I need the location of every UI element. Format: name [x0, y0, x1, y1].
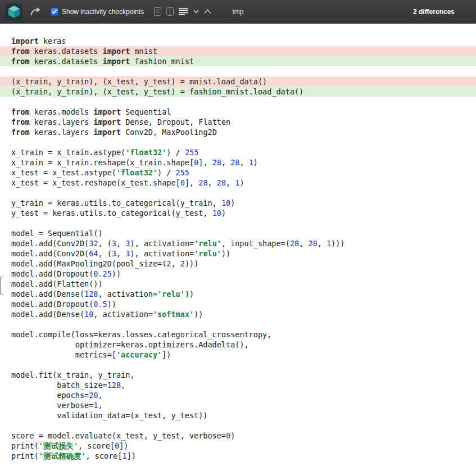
fluid-layout-icon[interactable] [154, 7, 161, 16]
code-line [0, 66, 476, 76]
code-line [0, 360, 476, 370]
code-line: model.add(Conv2D(64, (3, 3), activation=… [0, 248, 476, 259]
code-pane[interactable]: import kerasfrom keras.datasets import m… [0, 24, 476, 475]
code-line: model.compile(loss=keras.losses.categori… [0, 329, 476, 340]
code-line [0, 188, 476, 198]
code-line: verbose=1, [0, 400, 476, 410]
code-line: validation_data=(x_test, y_test)) [0, 410, 476, 420]
code-line: model.fit(x_train, y_train, [0, 370, 476, 380]
show-inactivity-checkbox[interactable]: Show inactivity checkpoints [51, 8, 144, 16]
code-line-added: (x_train, y_train), (x_test, y_test) = f… [0, 87, 476, 97]
code-line: metrics=['accuracy']) [0, 350, 476, 360]
code-line: model.add(MaxPooling2D(pool_size=(2, 2))… [0, 259, 476, 269]
code-line: x_train = x_train.reshape(x_train.shape[… [0, 157, 476, 168]
code-line [0, 420, 476, 431]
code-line: model.add(Flatten()) [0, 279, 476, 289]
code-line: print('测试损失', score[0]) [0, 441, 476, 451]
code-line: from keras.layers import Dense, Dropout,… [0, 117, 476, 127]
code-line: model = Sequential() [0, 228, 476, 238]
code-line: batch_size=128, [0, 380, 476, 390]
app-logo-icon[interactable] [6, 3, 22, 20]
code-line [0, 319, 476, 329]
scroll-position-marker[interactable] [0, 277, 3, 295]
diff-viewer-window: Show inactivity checkpoints [0, 0, 476, 475]
text-layout-icon[interactable] [179, 8, 188, 15]
blocks-layout-icon[interactable] [166, 7, 174, 16]
code-line: model.add(Dropout(0.5)) [0, 299, 476, 309]
code-line: print('测试精确度', score[1]) [0, 451, 476, 461]
code-line: y_test = keras.utils.to_categorical(y_te… [0, 208, 476, 218]
code-line-added: from keras.datasets import fashion_mnist [0, 56, 476, 66]
code-area: import kerasfrom keras.datasets import m… [0, 24, 476, 461]
view-controls [154, 7, 211, 16]
code-line: epochs=20, [0, 390, 476, 400]
code-line-removed: from keras.datasets import mnist [0, 46, 476, 56]
code-line: score = model.evaluate(x_test, y_test, v… [0, 431, 476, 441]
code-line [0, 218, 476, 228]
chevron-up-icon[interactable] [204, 9, 211, 14]
chevron-down-icon[interactable] [193, 10, 199, 13]
code-line: from keras.models import Sequential [0, 107, 476, 117]
checkbox-checked-icon[interactable] [51, 8, 58, 16]
code-line [0, 137, 476, 147]
code-line: x_train = x_train.astype('float32') / 25… [0, 147, 476, 157]
code-line [0, 97, 476, 107]
code-line: x_test = x_test.astype('float32') / 255 [0, 168, 476, 178]
code-line: model.add(Conv2D(32, (3, 3), activation=… [0, 238, 476, 248]
code-line: model.add(Dense(128, activation='relu')) [0, 289, 476, 299]
checkbox-label: Show inactivity checkpoints [62, 8, 144, 16]
code-line: from keras.layers import Conv2D, MaxPool… [0, 127, 476, 137]
share-icon[interactable] [30, 7, 42, 16]
code-line: model.add(Dropout(0.25)) [0, 269, 476, 279]
code-line-removed: (x_train, y_train), (x_test, y_test) = m… [0, 76, 476, 87]
code-line: import keras [0, 36, 476, 46]
checkmark-icon [52, 9, 57, 14]
code-line: model.add(Dense(10, activation='softmax'… [0, 309, 476, 319]
window-title: tmp [232, 8, 243, 16]
toolbar: Show inactivity checkpoints [0, 0, 476, 24]
code-line: x_test = x_test.reshape(x_test.shape[0],… [0, 178, 476, 188]
code-line: y_train = keras.utils.to_categorical(y_t… [0, 198, 476, 208]
code-line: optimizer=keras.optimizers.Adadelta(), [0, 340, 476, 350]
differences-count-badge: 2 differences [413, 8, 455, 16]
